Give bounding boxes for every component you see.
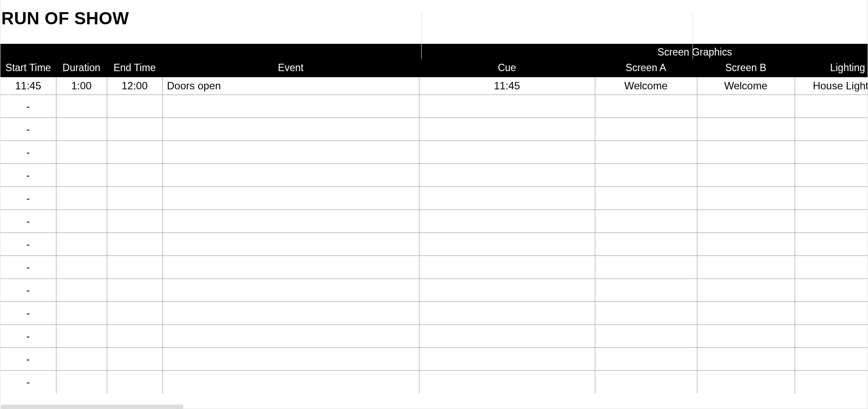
cell-event[interactable]: Doors open [162,77,419,95]
cell-event[interactable] [162,278,419,301]
cell-screen-b[interactable] [697,347,795,370]
cell-event[interactable] [162,209,419,232]
cell-lighting[interactable] [795,95,868,118]
cell-lighting[interactable] [795,370,868,393]
cell-end-time[interactable] [107,370,162,393]
cell-screen-a[interactable] [595,209,697,232]
cell-event[interactable] [162,141,419,164]
horizontal-scrollbar[interactable] [1,405,183,409]
cell-screen-b[interactable]: Welcome [697,77,795,95]
cell-end-time[interactable] [107,95,162,118]
cell-lighting[interactable] [795,118,868,141]
cell-lighting[interactable] [795,141,868,164]
cell-lighting[interactable] [795,209,868,232]
cell-end-time[interactable] [107,278,162,301]
cell-end-time[interactable]: 12:00 [107,77,162,95]
cell-start-time[interactable]: - [0,118,56,141]
col-header-start-time[interactable]: Start Time [0,60,56,77]
cell-lighting[interactable] [795,187,868,209]
cell-lighting[interactable]: House Lighting [795,77,868,95]
cell-duration[interactable] [56,95,107,118]
cell-start-time[interactable]: 11:45 [0,77,56,95]
cell-end-time[interactable] [107,209,162,232]
cell-end-time[interactable] [107,187,162,209]
cell-screen-a[interactable] [595,347,697,370]
cell-cue[interactable] [419,164,595,187]
cell-cue[interactable] [419,209,595,232]
cell-cue[interactable] [419,118,595,141]
cell-start-time[interactable]: - [0,370,56,393]
cell-event[interactable] [162,232,419,255]
cell-lighting[interactable] [795,164,868,187]
cell-screen-b[interactable] [697,164,795,187]
cell-end-time[interactable] [107,255,162,278]
cell-cue[interactable]: 11:45 [419,77,595,95]
cell-screen-b[interactable] [697,209,795,232]
cell-duration[interactable] [56,278,107,301]
cell-start-time[interactable]: - [0,324,56,347]
cell-end-time[interactable] [107,347,162,370]
cell-event[interactable] [162,301,419,324]
cell-screen-a[interactable]: Welcome [595,77,697,95]
cell-event[interactable] [162,370,419,393]
cell-cue[interactable] [419,324,595,347]
col-header-event[interactable]: Event [162,60,419,77]
cell-start-time[interactable]: - [0,95,56,118]
cell-cue[interactable] [419,370,595,393]
cell-duration[interactable] [56,232,107,255]
cell-duration[interactable] [56,255,107,278]
cell-lighting[interactable] [795,278,868,301]
col-header-screen-a[interactable]: Screen A [595,60,697,77]
col-header-duration[interactable]: Duration [56,60,107,77]
cell-duration[interactable]: 1:00 [56,77,107,95]
cell-screen-a[interactable] [595,95,697,118]
cell-screen-a[interactable] [595,232,697,255]
cell-screen-a[interactable] [595,278,697,301]
cell-duration[interactable] [56,301,107,324]
cell-lighting[interactable] [795,301,868,324]
cell-start-time[interactable]: - [0,347,56,370]
cell-end-time[interactable] [107,141,162,164]
cell-cue[interactable] [419,347,595,370]
cell-duration[interactable] [56,370,107,393]
col-header-screen-b[interactable]: Screen B [697,60,795,77]
cell-cue[interactable] [419,232,595,255]
cell-lighting[interactable] [795,347,868,370]
cell-event[interactable] [162,324,419,347]
cell-duration[interactable] [56,209,107,232]
cell-start-time[interactable]: - [0,141,56,164]
cell-event[interactable] [162,187,419,209]
cell-start-time[interactable]: - [0,278,56,301]
cell-start-time[interactable]: - [0,232,56,255]
cell-screen-b[interactable] [697,370,795,393]
cell-duration[interactable] [56,324,107,347]
cell-screen-a[interactable] [595,255,697,278]
cell-start-time[interactable]: - [0,255,56,278]
cell-duration[interactable] [56,141,107,164]
cell-event[interactable] [162,164,419,187]
col-header-cue[interactable]: Cue [419,60,595,77]
cell-screen-a[interactable] [595,187,697,209]
col-header-lighting[interactable]: Lighting [795,60,868,77]
cell-duration[interactable] [56,164,107,187]
cell-cue[interactable] [419,141,595,164]
cell-start-time[interactable]: - [0,187,56,209]
cell-screen-b[interactable] [697,118,795,141]
cell-event[interactable] [162,118,419,141]
cell-screen-b[interactable] [697,301,795,324]
cell-screen-a[interactable] [595,301,697,324]
cell-duration[interactable] [56,347,107,370]
cell-screen-a[interactable] [595,370,697,393]
cell-start-time[interactable]: - [0,301,56,324]
cell-cue[interactable] [419,95,595,118]
cell-start-time[interactable]: - [0,164,56,187]
cell-end-time[interactable] [107,164,162,187]
cell-end-time[interactable] [107,324,162,347]
cell-duration[interactable] [56,118,107,141]
cell-cue[interactable] [419,301,595,324]
cell-screen-a[interactable] [595,141,697,164]
cell-lighting[interactable] [795,255,868,278]
cell-cue[interactable] [419,278,595,301]
cell-end-time[interactable] [107,232,162,255]
spreadsheet-container[interactable]: RUN OF SHOW Screen Graphics Start Time D… [0,0,868,409]
